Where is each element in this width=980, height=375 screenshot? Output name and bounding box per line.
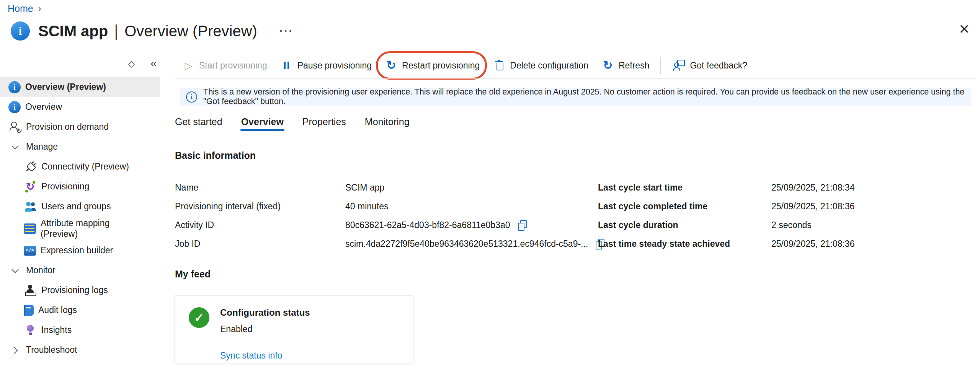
plug-icon	[21, 158, 39, 176]
toolbar-button-label: Delete configuration	[510, 60, 588, 71]
info-value: 25/09/2025, 21:08:36	[771, 201, 854, 212]
sidebar-item-expression-builder[interactable]: Expression builder	[0, 241, 160, 261]
collapse-sidebar-icon[interactable]: «	[150, 57, 157, 70]
info-label: Name	[175, 183, 345, 193]
sidebar-item-connectivity[interactable]: Connectivity (Preview)	[0, 157, 160, 177]
breadcrumb: Home ›	[8, 3, 41, 14]
info-label: Activity ID	[175, 220, 345, 230]
sidebar-item-users-and-groups[interactable]: Users and groups	[0, 197, 160, 217]
info-label: Last cycle completed time	[598, 201, 771, 212]
code-icon	[24, 246, 36, 256]
info-banner: This is a new version of the provisionin…	[180, 88, 971, 106]
sidebar-item-audit-logs[interactable]: Audit logs	[0, 300, 160, 320]
page-title: SCIM app | Overview (Preview)	[38, 22, 257, 40]
basic-information-heading: Basic information	[175, 150, 256, 161]
info-row: Provisioning interval (fixed) 40 minutes	[175, 197, 581, 216]
configuration-status-title: Configuration status	[220, 307, 310, 318]
sidebar-item-label: Audit logs	[38, 305, 77, 316]
info-row: Job ID scim.4da2272f9f5e40be963463620e51…	[175, 235, 581, 253]
command-bar: Start provisioning Pause provisioning Re…	[175, 57, 754, 74]
sidebar-item-attribute-mapping[interactable]: Attribute mapping (Preview)	[0, 217, 160, 241]
sidebar-item-label: Overview	[25, 102, 62, 112]
sidebar: ◇ « Overview (Preview) Overview Provisio…	[0, 54, 165, 375]
feedback-icon	[673, 59, 686, 72]
sidebar-item-label: Attribute mapping (Preview)	[41, 218, 136, 239]
title-separator: |	[114, 22, 118, 40]
sidebar-item-provisioning-logs[interactable]: Provisioning logs	[0, 280, 160, 300]
restart-icon	[385, 59, 398, 72]
tab-label: Overview	[241, 116, 284, 127]
info-value: 25/09/2025, 21:08:34	[771, 183, 854, 193]
resize-icon[interactable]: ◇	[128, 59, 135, 69]
chevron-right-icon	[8, 344, 21, 357]
basic-info-right-column: Last cycle start time 25/09/2025, 21:08:…	[598, 178, 973, 253]
sidebar-item-label: Provisioning	[41, 181, 89, 192]
check-circle-icon	[189, 307, 209, 328]
copy-icon[interactable]	[516, 219, 528, 232]
refresh-button[interactable]: Refresh	[595, 57, 656, 74]
start-provisioning-button[interactable]: Start provisioning	[175, 57, 274, 74]
sidebar-item-label: Users and groups	[41, 201, 111, 212]
tab-overview[interactable]: Overview	[241, 113, 284, 131]
toolbar-button-label: Start provisioning	[199, 60, 267, 71]
restart-provisioning-button[interactable]: Restart provisioning	[378, 57, 486, 74]
toolbar-button-label: Restart provisioning	[402, 60, 480, 71]
sidebar-item-label: Monitor	[26, 265, 56, 276]
info-value: 25/09/2025, 21:08:36	[771, 239, 854, 249]
app-name: SCIM app	[38, 23, 108, 40]
sidebar-nav: Overview (Preview) Overview Provision on…	[0, 77, 165, 360]
pause-icon	[280, 59, 293, 72]
chevron-down-icon	[8, 264, 21, 277]
info-row: Last cycle completed time 25/09/2025, 21…	[598, 197, 973, 216]
refresh-icon	[601, 59, 614, 72]
info-value: 80c63621-62a5-4d03-bf82-6a6811e0b3a0	[345, 220, 510, 230]
got-feedback-button[interactable]: Got feedback?	[660, 57, 754, 74]
sidebar-item-label: Overview (Preview)	[25, 82, 106, 93]
lightbulb-icon	[24, 324, 37, 337]
info-row: Name SCIM app	[175, 178, 581, 197]
sidebar-item-label: Connectivity (Preview)	[41, 161, 129, 172]
breadcrumb-home-link[interactable]: Home	[8, 3, 33, 14]
pause-provisioning-button[interactable]: Pause provisioning	[274, 57, 378, 74]
breadcrumb-chevron-icon: ›	[38, 3, 41, 14]
tab-monitoring[interactable]: Monitoring	[365, 113, 410, 131]
page-header: SCIM app | Overview (Preview) ···	[11, 21, 294, 41]
tab-get-started[interactable]: Get started	[175, 113, 222, 131]
sidebar-item-label: Provisioning logs	[41, 285, 108, 296]
toolbar-button-label: Refresh	[619, 60, 650, 71]
play-icon	[182, 59, 195, 72]
toolbar-button-label: Got feedback?	[690, 60, 747, 71]
sync-circle-icon	[24, 180, 37, 193]
info-label: Last cycle start time	[598, 183, 771, 193]
sidebar-header: ◇ «	[0, 54, 165, 77]
close-icon[interactable]: ×	[959, 20, 969, 38]
toolbar-button-label: Pause provisioning	[297, 60, 372, 71]
configuration-status-card: Configuration status Enabled Sync status…	[175, 295, 413, 363]
info-value: 40 minutes	[345, 201, 389, 212]
sidebar-item-label: Insights	[41, 325, 72, 336]
chevron-down-icon	[8, 140, 21, 153]
info-row: Last cycle duration 2 seconds	[598, 216, 973, 235]
sidebar-item-overview[interactable]: Overview	[0, 97, 160, 117]
delete-configuration-button[interactable]: Delete configuration	[486, 57, 595, 74]
sidebar-item-provisioning[interactable]: Provisioning	[0, 177, 160, 197]
sync-status-info-link[interactable]: Sync status info	[220, 351, 282, 361]
sidebar-group-monitor[interactable]: Monitor	[0, 261, 160, 280]
sidebar-item-overview-preview[interactable]: Overview (Preview)	[0, 77, 160, 97]
info-label: Provisioning interval (fixed)	[175, 201, 345, 212]
sidebar-item-provision-on-demand[interactable]: Provision on demand	[0, 117, 160, 137]
info-label: Last cycle duration	[598, 220, 771, 230]
person-log-icon	[24, 284, 37, 297]
info-value: scim.4da2272f9f5e40be963463620e513321.ec…	[345, 239, 588, 249]
people-icon	[24, 200, 37, 213]
sidebar-item-insights[interactable]: Insights	[0, 320, 160, 340]
info-label: Job ID	[175, 239, 345, 249]
more-options-icon[interactable]: ···	[279, 25, 294, 37]
my-feed-heading: My feed	[175, 269, 211, 280]
sidebar-group-manage[interactable]: Manage	[0, 137, 160, 157]
page-title-text: Overview (Preview)	[124, 23, 257, 40]
sidebar-group-troubleshoot[interactable]: Troubleshoot	[0, 340, 160, 360]
info-value: 2 seconds	[771, 220, 812, 230]
tab-properties[interactable]: Properties	[302, 113, 346, 131]
info-icon	[8, 81, 21, 93]
